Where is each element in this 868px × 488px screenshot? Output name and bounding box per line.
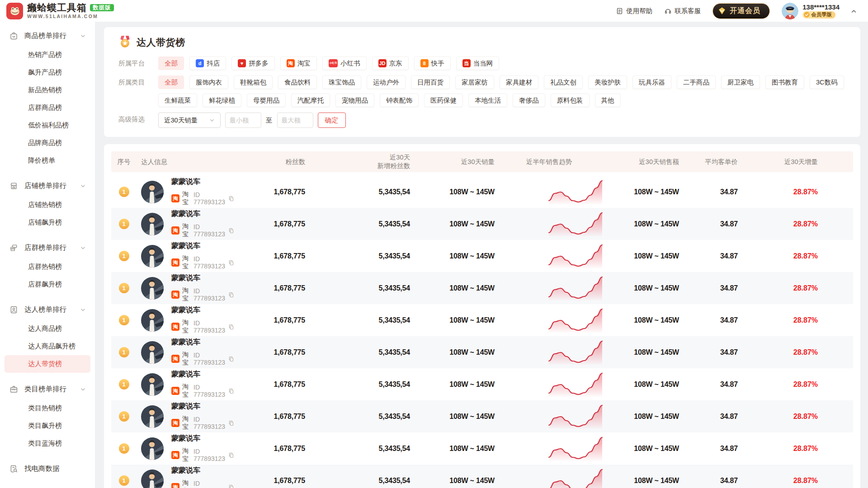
category-tab-奢侈品[interactable]: 奢侈品: [513, 94, 545, 107]
sidebar-item-达人商品榜[interactable]: 达人商品榜: [5, 320, 90, 338]
sidebar-group-找电商数据[interactable]: 找电商数据: [0, 458, 95, 479]
sidebar-item-新品热销榜[interactable]: 新品热销榜: [5, 81, 90, 99]
copy-id-button[interactable]: [228, 259, 235, 266]
growth-30d: 28.87%: [772, 477, 853, 485]
category-tab-宠物用品[interactable]: 宠物用品: [335, 94, 374, 107]
talent-name[interactable]: 蒙蒙说车: [171, 466, 235, 475]
category-tab-美妆护肤[interactable]: 美妆护肤: [588, 75, 627, 89]
open-membership-button[interactable]: 开通会员: [712, 3, 770, 19]
category-tab-家居家纺[interactable]: 家居家纺: [455, 75, 494, 89]
talent-name[interactable]: 蒙蒙说车: [171, 434, 235, 443]
metric-select[interactable]: 近30天销量: [158, 113, 221, 128]
category-tab-图书教育[interactable]: 图书教育: [765, 75, 804, 89]
sidebar-item-类目蓝海榜[interactable]: 类目蓝海榜: [5, 435, 90, 452]
sidebar-item-降价榜单[interactable]: 降价榜单: [5, 152, 90, 169]
category-tab-生鲜蔬菜[interactable]: 生鲜蔬菜: [158, 94, 197, 107]
talent-name[interactable]: 蒙蒙说车: [171, 177, 235, 187]
copy-id-button[interactable]: [228, 420, 235, 427]
category-tab-钟表配饰[interactable]: 钟表配饰: [380, 94, 419, 107]
sidebar-group-店群榜单排行[interactable]: 店群榜单排行: [0, 237, 95, 258]
user-account[interactable]: 138****1334 会员季版: [782, 3, 840, 19]
sidebar-item-类目热销榜[interactable]: 类目热销榜: [5, 399, 90, 417]
sidebar-group-商品榜单排行[interactable]: 商品榜单排行: [0, 25, 95, 46]
platform-filter-label: 所属平台: [118, 56, 151, 70]
sidebar-item-店群热销榜[interactable]: 店群热销榜: [5, 258, 90, 276]
min-value-input[interactable]: [225, 113, 261, 128]
sidebar-item-店群商品榜[interactable]: 店群商品榜: [5, 99, 90, 117]
table-row[interactable]: 1 蒙蒙说车 淘 淘宝 ID 777893123 1,678,775 5,343…: [111, 400, 853, 432]
talent-name[interactable]: 蒙蒙说车: [171, 402, 235, 411]
category-tab-厨卫家电[interactable]: 厨卫家电: [721, 75, 760, 89]
category-tab-鲜花绿植[interactable]: 鲜花绿植: [203, 94, 241, 107]
table-row[interactable]: 1 蒙蒙说车 淘 淘宝 ID 777893123 1,678,775 5,343…: [111, 432, 853, 465]
platform-tab-全部[interactable]: 全部: [158, 56, 184, 70]
sidebar-group-店铺榜单排行[interactable]: 店铺榜单排行: [0, 175, 95, 196]
copy-id-button[interactable]: [228, 388, 235, 394]
table-row[interactable]: 1 蒙蒙说车 淘 淘宝 ID 777893123 1,678,775 5,343…: [111, 336, 853, 368]
category-tab-服饰内衣[interactable]: 服饰内衣: [189, 75, 228, 89]
table-row[interactable]: 1 蒙蒙说车 淘 淘宝 ID 777893123 1,678,775 5,343…: [111, 465, 853, 488]
table-row[interactable]: 1 蒙蒙说车 淘 淘宝 ID 777893123 1,678,775 5,343…: [111, 208, 853, 240]
sidebar-item-类目飙升榜[interactable]: 类目飙升榜: [5, 417, 90, 435]
contact-support-link[interactable]: 联系客服: [664, 7, 701, 15]
copy-id-button[interactable]: [228, 356, 235, 362]
copy-id-button[interactable]: [228, 195, 235, 202]
talent-name[interactable]: 蒙蒙说车: [171, 338, 235, 347]
category-tab-家具建材[interactable]: 家具建材: [500, 75, 538, 89]
sidebar-group-达人榜单排行[interactable]: 达人榜单排行: [0, 299, 95, 320]
category-tab-日用百货[interactable]: 日用百货: [411, 75, 450, 89]
platform-tab-淘宝[interactable]: 淘淘宝: [280, 56, 317, 70]
category-tab-本地生活[interactable]: 本地生活: [468, 94, 507, 107]
sidebar-item-店铺飙升榜[interactable]: 店铺飙升榜: [5, 214, 90, 231]
talent-name[interactable]: 蒙蒙说车: [171, 241, 235, 251]
talent-name[interactable]: 蒙蒙说车: [171, 209, 235, 219]
category-tab-食品饮料[interactable]: 食品饮料: [278, 75, 317, 89]
sidebar-item-飙升产品榜[interactable]: 飙升产品榜: [5, 64, 90, 81]
category-tab-医药保健[interactable]: 医药保健: [424, 94, 463, 107]
category-tab-全部[interactable]: 全部: [158, 75, 184, 89]
platform-tab-京东[interactable]: JD京东: [372, 56, 409, 70]
avg-price: 34.87: [704, 445, 772, 453]
category-tab-二手商品[interactable]: 二手商品: [677, 75, 716, 89]
platform-tab-拼多多[interactable]: ♥拼多多: [231, 56, 275, 70]
category-tab-原料包装[interactable]: 原料包装: [551, 94, 590, 107]
confirm-button[interactable]: 确定: [318, 113, 346, 128]
sidebar-item-低价福利品榜[interactable]: 低价福利品榜: [5, 117, 90, 134]
table-row[interactable]: 1 蒙蒙说车 淘 淘宝 ID 777893123 1,678,775 5,343…: [111, 368, 853, 400]
talent-name[interactable]: 蒙蒙说车: [171, 273, 235, 283]
category-tab-汽配摩托[interactable]: 汽配摩托: [291, 94, 330, 107]
copy-id-button[interactable]: [228, 291, 235, 298]
help-link[interactable]: 使用帮助: [616, 7, 652, 15]
copy-id-button[interactable]: [228, 227, 235, 234]
platform-tab-快手[interactable]: 8快手: [414, 56, 451, 70]
table-row[interactable]: 1 蒙蒙说车 淘 淘宝 ID 777893123 1,678,775 5,343…: [111, 240, 853, 272]
sidebar-item-店铺热销榜[interactable]: 店铺热销榜: [5, 196, 90, 214]
talent-name[interactable]: 蒙蒙说车: [171, 370, 235, 379]
sidebar-group-类目榜单排行[interactable]: 类目榜单排行: [0, 379, 95, 399]
platform-tab-当当网[interactable]: 当当当网: [456, 56, 500, 70]
sidebar-item-达人商品飙升榜[interactable]: 达人商品飙升榜: [5, 338, 90, 355]
category-tab-鞋靴箱包[interactable]: 鞋靴箱包: [234, 75, 273, 89]
sidebar-item-热销产品榜[interactable]: 热销产品榜: [5, 46, 90, 64]
category-tab-其他[interactable]: 其他: [595, 94, 621, 107]
talent-name[interactable]: 蒙蒙说车: [171, 305, 235, 315]
sidebar-item-店群飙升榜[interactable]: 店群飙升榜: [5, 276, 90, 293]
table-row[interactable]: 1 蒙蒙说车 淘 淘宝 ID 777893123 1,678,775 5,343…: [111, 176, 853, 208]
sidebar-item-达人带货榜[interactable]: 达人带货榜: [5, 355, 90, 373]
category-tab-3C数码[interactable]: 3C数码: [810, 75, 844, 89]
sidebar-item-品牌商品榜[interactable]: 品牌商品榜: [5, 134, 90, 152]
category-tab-礼品文创[interactable]: 礼品文创: [544, 75, 583, 89]
table-row[interactable]: 1 蒙蒙说车 淘 淘宝 ID 777893123 1,678,775 5,343…: [111, 272, 853, 304]
platform-tab-抖店[interactable]: d抖店: [189, 56, 226, 70]
category-tab-母婴用品[interactable]: 母婴用品: [247, 94, 286, 107]
copy-id-button[interactable]: [228, 452, 235, 459]
platform-tab-小红书[interactable]: 小红书小红书: [322, 56, 367, 70]
copy-id-button[interactable]: [228, 324, 235, 330]
collapse-header-chevron-up-icon[interactable]: [849, 7, 858, 15]
category-tab-玩具乐器[interactable]: 玩具乐器: [632, 75, 671, 89]
app-logo[interactable]: 癞蛤蟆工具箱 数据版 WWW.51LAIHAMA.COM: [6, 3, 114, 19]
table-row[interactable]: 1 蒙蒙说车 淘 淘宝 ID 777893123 1,678,775 5,343…: [111, 304, 853, 336]
max-value-input[interactable]: [277, 113, 313, 128]
category-tab-珠宝饰品[interactable]: 珠宝饰品: [322, 75, 361, 89]
category-tab-运动户外[interactable]: 运动户外: [367, 75, 406, 89]
